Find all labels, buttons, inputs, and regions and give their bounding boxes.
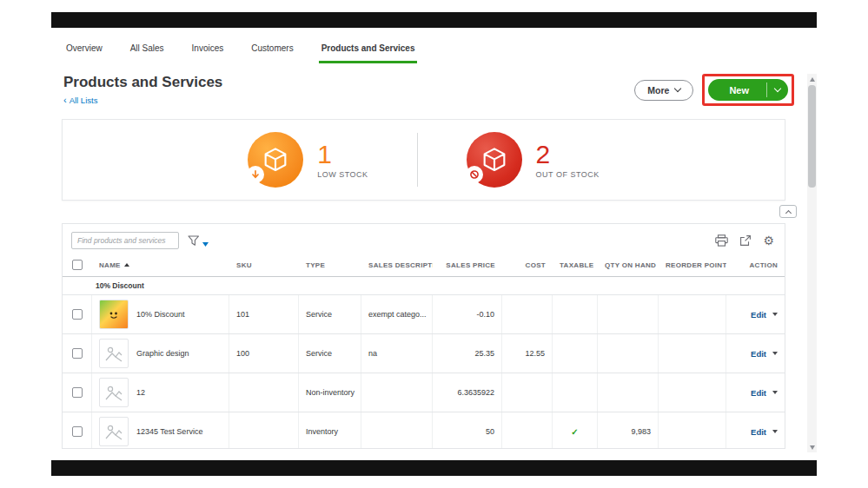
price-cell: 25.35 [433,334,502,373]
sort-asc-icon [124,263,129,267]
table-row: 10% Discount 101 Service exempt catego..… [63,295,785,334]
reorder-cell [659,334,726,373]
qty-cell: 9,983 [598,412,659,449]
low-stock-label: LOW STOCK [317,170,368,179]
product-image[interactable] [99,300,129,329]
vertical-scrollbar[interactable] [807,74,817,452]
sku-cell: 101 [229,295,299,333]
edit-dropdown-arrow-icon[interactable] [772,430,778,433]
out-of-stock-package-icon [467,132,522,188]
col-taxable[interactable]: TAXABLE [553,255,598,276]
edit-link[interactable]: Edit [751,427,766,437]
edit-link[interactable]: Edit [751,349,766,359]
edit-link[interactable]: Edit [751,310,766,320]
table-row: 12 Non-inventory 6.3635922 Edit [63,373,785,412]
edit-dropdown-arrow-icon[interactable] [772,313,778,316]
edit-dropdown-arrow-icon[interactable] [772,391,778,394]
tab-products-and-services[interactable]: Products and Services [319,43,418,63]
col-type[interactable]: TYPE [299,255,361,276]
edit-link[interactable]: Edit [751,388,766,398]
tab-customers[interactable]: Customers [248,43,295,63]
action-cell: Edit [726,412,785,449]
scrollbar-thumb[interactable] [808,85,816,188]
row-checkbox[interactable] [72,426,83,437]
collapse-row [51,205,817,218]
chevron-left-icon: ‹ [63,96,67,105]
type-cell: Inventory [299,412,361,449]
image-placeholder-icon[interactable] [99,339,129,368]
col-reorder-point[interactable]: REORDER POINT [659,255,726,276]
cost-cell [502,295,553,333]
reorder-cell [659,295,726,333]
search-input[interactable] [71,232,179,249]
export-icon[interactable] [739,234,752,247]
table-header-row: NAME SKU TYPE SALES DESCRIPTIO SALES PRI… [63,255,785,277]
image-placeholder-icon[interactable] [99,417,129,446]
new-label: New [708,79,766,101]
top-window-bar [51,12,817,28]
price-cell: 6.3635922 [433,373,502,412]
filter-dropdown-arrow-icon [202,242,209,247]
chevron-up-icon [785,209,791,215]
qty-cell [598,295,659,333]
chevron-down-icon [674,85,681,92]
all-lists-label: All Lists [70,96,98,105]
tab-bar: Overview All Sales Invoices Customers Pr… [51,28,817,63]
tab-invoices[interactable]: Invoices [189,43,227,63]
sku-cell [229,412,299,449]
print-icon[interactable] [715,234,728,247]
col-sales-description[interactable]: SALES DESCRIPTIO [361,255,433,276]
table-toolbar: ⚙ [63,224,785,255]
filter-icon[interactable] [188,235,209,247]
col-qty-on-hand[interactable]: QTY ON HAND [598,255,659,276]
low-stock-package-icon [248,132,303,188]
row-checkbox[interactable] [72,348,83,359]
name-cell: 10% Discount [92,295,229,333]
image-placeholder-icon[interactable] [99,378,129,407]
page-title: Products and Services [63,74,222,91]
col-sales-price[interactable]: SALES PRICE [433,255,502,276]
tab-overview[interactable]: Overview [63,43,105,63]
tab-all-sales[interactable]: All Sales [128,43,167,63]
out-of-stock-count: 2 [536,142,600,168]
col-cost[interactable]: COST [502,255,553,276]
name-cell: Graphic design [92,334,229,373]
scroll-down-arrow[interactable] [807,442,817,452]
new-button[interactable]: New [708,79,788,101]
page: Overview All Sales Invoices Customers Pr… [0,0,868,488]
col-sku[interactable]: SKU [229,255,299,276]
scroll-up-arrow[interactable] [807,74,817,84]
sku-cell: 100 [229,334,299,373]
sku-cell [229,373,299,412]
reorder-cell [659,373,726,412]
more-button[interactable]: More [634,80,693,101]
new-dropdown-toggle[interactable] [767,79,788,101]
taxable-check-icon: ✓ [553,412,598,449]
gear-icon[interactable]: ⚙ [763,234,774,247]
price-cell: 50 [433,412,502,449]
edit-dropdown-arrow-icon[interactable] [772,352,778,355]
low-stock-stat[interactable]: 1 LOW STOCK [199,132,416,188]
taxable-cell [553,295,598,333]
collapse-panel-button[interactable] [779,205,797,218]
description-cell: exempt catego... [361,295,433,333]
type-cell: Non-inventory [299,373,361,412]
qty-cell [598,373,659,412]
out-of-stock-stat[interactable]: 2 OUT OF STOCK [418,132,648,188]
col-action: ACTION [726,255,785,276]
group-row: 10% Discount [63,277,785,295]
app-window: Overview All Sales Invoices Customers Pr… [51,28,817,460]
row-checkbox[interactable] [72,387,83,398]
row-checkbox[interactable] [72,309,83,320]
select-all-checkbox[interactable] [72,260,83,270]
out-of-stock-label: OUT OF STOCK [536,170,600,179]
action-cell: Edit [726,334,785,373]
annotation-highlight: New [702,74,794,106]
action-cell: Edit [726,295,785,333]
all-lists-link[interactable]: ‹ All Lists [63,96,97,105]
bottom-window-bar [51,460,817,476]
table-row: 12345 Test Service Inventory 50 ✓ 9,983 … [63,412,785,449]
reorder-cell [659,412,726,449]
taxable-cell [553,373,598,412]
col-name[interactable]: NAME [92,255,229,276]
